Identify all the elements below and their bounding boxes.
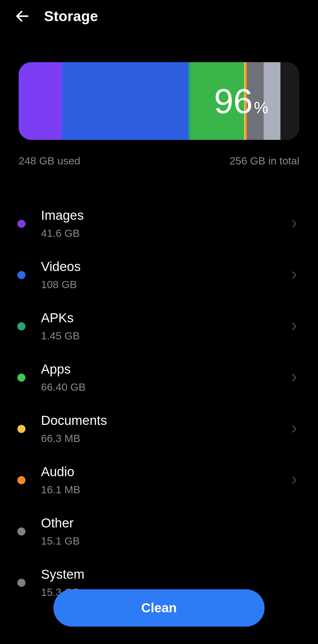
chevron-right-icon <box>289 321 299 332</box>
category-row-apps[interactable]: Apps66.40 GB <box>0 352 318 403</box>
category-size: 16.1 MB <box>41 484 289 496</box>
category-row-apks[interactable]: APKs1.45 GB <box>0 301 318 352</box>
usage-segment <box>280 62 299 140</box>
header: Storage <box>0 0 318 38</box>
usage-percent: 96 % <box>214 81 268 121</box>
percent-sign: % <box>254 98 268 117</box>
category-row-other: Other15.1 GB <box>0 506 318 557</box>
category-dot-icon <box>17 271 25 279</box>
category-size: 1.45 GB <box>41 330 289 342</box>
chevron-right-icon <box>289 372 299 383</box>
category-size: 66.40 GB <box>41 381 289 393</box>
category-dot-icon <box>17 374 25 382</box>
category-size: 15.1 GB <box>41 535 299 547</box>
usage-segment <box>62 62 189 140</box>
category-name: Videos <box>41 259 289 274</box>
category-name: Apps <box>41 362 289 377</box>
usage-segment <box>189 62 191 140</box>
chevron-right-icon <box>289 270 299 280</box>
category-text: Images41.6 GB <box>41 208 289 239</box>
total-text: 256 GB in total <box>229 155 299 167</box>
usage-bar: 96 % <box>19 62 299 140</box>
category-dot-icon <box>17 425 25 433</box>
category-row-images[interactable]: Images41.6 GB <box>0 198 318 249</box>
category-row-audio[interactable]: Audio16.1 MB <box>0 454 318 506</box>
category-dot-icon <box>17 476 25 484</box>
clean-button-label: Clean <box>141 600 177 615</box>
page-title: Storage <box>44 8 98 25</box>
category-size: 66.3 MB <box>41 432 289 444</box>
category-dot-icon <box>17 220 25 228</box>
usage-chart: 96 % 248 GB used 256 GB in total <box>0 38 318 167</box>
category-text: APKs1.45 GB <box>41 310 289 342</box>
category-size: 41.6 GB <box>41 227 289 239</box>
category-dot-icon <box>17 527 25 536</box>
category-text: Videos108 GB <box>41 259 289 291</box>
category-text: Apps66.40 GB <box>41 362 289 393</box>
category-name: Other <box>41 516 299 531</box>
category-row-videos[interactable]: Videos108 GB <box>0 249 318 301</box>
category-name: APKs <box>41 310 289 325</box>
category-list: Images41.6 GBVideos108 GBAPKs1.45 GBApps… <box>0 198 318 608</box>
chevron-right-icon <box>289 475 299 485</box>
category-text: Other15.1 GB <box>41 516 299 547</box>
chevron-right-icon <box>289 218 299 229</box>
category-row-documents[interactable]: Documents66.3 MB <box>0 403 318 454</box>
arrow-left-icon <box>14 8 30 24</box>
category-size: 108 GB <box>41 278 289 291</box>
usage-segment <box>19 62 62 140</box>
usage-legend: 248 GB used 256 GB in total <box>19 155 299 167</box>
category-name: System <box>41 567 299 582</box>
back-button[interactable] <box>13 7 32 25</box>
usage-percent-value: 96 <box>214 81 253 121</box>
used-text: 248 GB used <box>19 155 80 167</box>
category-dot-icon <box>17 579 25 587</box>
category-text: Documents66.3 MB <box>41 413 289 444</box>
chevron-right-icon <box>289 424 299 434</box>
clean-button[interactable]: Clean <box>53 589 265 627</box>
category-name: Documents <box>41 413 289 428</box>
category-dot-icon <box>17 322 25 330</box>
category-name: Audio <box>41 464 289 479</box>
category-text: Audio16.1 MB <box>41 464 289 496</box>
storage-screen: Storage 96 % 248 GB used 256 GB in total… <box>0 0 318 644</box>
category-name: Images <box>41 208 289 223</box>
